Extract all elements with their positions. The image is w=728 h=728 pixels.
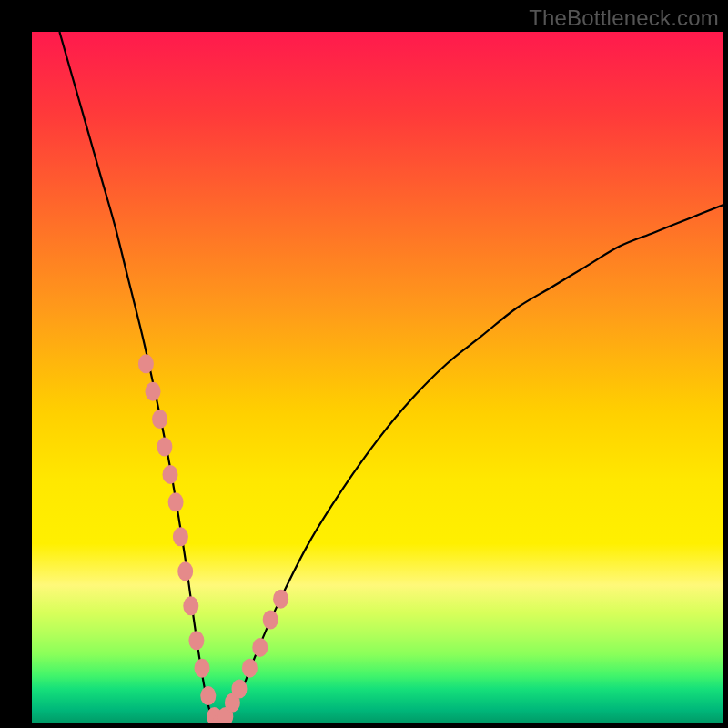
bottleneck-curve-svg [32, 32, 723, 723]
curve-marker [157, 438, 172, 457]
curve-marker [152, 410, 167, 429]
curve-marker [146, 382, 161, 401]
curve-marker [188, 631, 204, 650]
curve-marker [252, 638, 268, 657]
curve-markers [138, 354, 288, 723]
curve-marker [195, 659, 210, 678]
curve-marker [242, 659, 258, 678]
bottleneck-curve-path [59, 32, 723, 723]
watermark-text: TheBottleneck.com [529, 5, 719, 31]
chart-frame: TheBottleneck.com [0, 0, 728, 728]
curve-marker [177, 561, 193, 581]
curve-marker [168, 492, 184, 511]
curve-marker [183, 596, 198, 615]
curve-marker [263, 611, 278, 630]
curve-marker [273, 590, 288, 609]
curve-marker [200, 686, 216, 705]
curve-marker [163, 465, 178, 484]
curve-marker [232, 680, 248, 699]
curve-marker [173, 527, 188, 546]
curve-marker [138, 354, 154, 373]
plot-area [32, 32, 723, 723]
